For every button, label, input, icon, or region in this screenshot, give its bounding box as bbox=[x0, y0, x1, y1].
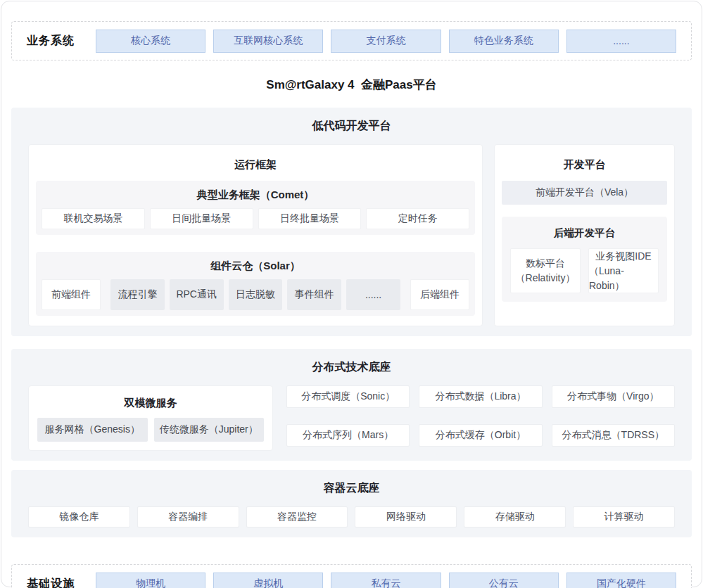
luna-robin-line1: 业务视图IDE bbox=[595, 249, 651, 264]
infra-physical-machine: 物理机 bbox=[96, 573, 205, 588]
luna-robin-line2: （Luna-Robin） bbox=[589, 264, 658, 293]
luna-robin-ide-box: 业务视图IDE （Luna-Robin） bbox=[588, 248, 659, 293]
solar-item-frontend-components: 前端组件 bbox=[42, 279, 101, 310]
business-system-payment: 支付系统 bbox=[331, 30, 441, 53]
relativity-line1: 数标平台 bbox=[526, 256, 565, 271]
runtime-framework-title: 运行框架 bbox=[36, 158, 475, 172]
business-system-internet-core: 互联网核心系统 bbox=[213, 30, 323, 53]
dist-sequence-mars: 分布式序列（Mars） bbox=[286, 424, 410, 447]
cc-compute-driver: 计算驱动 bbox=[573, 506, 675, 528]
solar-item-process-engine: 流程引擎 bbox=[110, 279, 165, 310]
solar-item-more: ...... bbox=[346, 279, 400, 310]
infra-private-cloud: 私有云 bbox=[331, 573, 441, 588]
infrastructure-row: 基础设施 物理机 虚拟机 私有云 公有云 国产化硬件 bbox=[11, 564, 692, 588]
dual-mode-title: 双模微服务 bbox=[37, 397, 264, 410]
dist-data-libra: 分布式数据（Libra） bbox=[419, 385, 542, 408]
distributed-title: 分布式技术底座 bbox=[28, 360, 675, 375]
relativity-line2: （Relativity） bbox=[516, 271, 576, 286]
dev-platform-card: 开发平台 前端开发平台（Vela） 后端开发平台 数标平台 （Relativit… bbox=[494, 144, 675, 326]
cc-monitoring: 容器监控 bbox=[246, 506, 348, 528]
infrastructure-label: 基础设施 bbox=[27, 577, 75, 588]
comet-item-daytime-batch: 日间批量场景 bbox=[150, 208, 253, 229]
cc-image-registry: 镜像仓库 bbox=[28, 506, 130, 528]
cc-network-driver: 网络驱动 bbox=[355, 506, 457, 528]
distributed-content: 双模微服务 服务网格（Genesis） 传统微服务（Jupiter） 分布式调度… bbox=[28, 385, 675, 451]
jupiter-microservices: 传统微服务（Jupiter） bbox=[154, 418, 265, 442]
container-cloud-title: 容器云底座 bbox=[28, 481, 675, 496]
solar-item-backend-components: 后端组件 bbox=[410, 279, 469, 310]
business-system-more: ...... bbox=[566, 30, 676, 53]
business-system-core: 核心系统 bbox=[96, 30, 205, 53]
dual-mode-items: 服务网格（Genesis） 传统微服务（Jupiter） bbox=[37, 418, 264, 442]
comet-item-scheduled-task: 定时任务 bbox=[366, 208, 469, 229]
section-container-cloud: 容器云底座 镜像仓库 容器编排 容器监控 网络驱动 存储驱动 计算驱动 bbox=[11, 470, 692, 537]
solar-item-rpc: RPC通讯 bbox=[170, 279, 224, 310]
comet-item-online-trade: 联机交易场景 bbox=[42, 208, 145, 229]
comet-item-eod-batch: 日终批量场景 bbox=[258, 208, 362, 229]
backend-dev-items: 数标平台 （Relativity） 业务视图IDE （Luna-Robin） bbox=[510, 248, 659, 293]
distributed-items-grid: 分布式调度（Sonic） 分布式数据（Libra） 分布式事物（Virgo） 分… bbox=[286, 385, 675, 451]
business-systems-items: 核心系统 互联网核心系统 支付系统 特色业务系统 ...... bbox=[96, 30, 676, 53]
genesis-service-mesh: 服务网格（Genesis） bbox=[37, 418, 148, 442]
dev-platform-title: 开发平台 bbox=[502, 158, 667, 172]
section-lowcode-platform: 低代码开发平台 运行框架 典型业务框架（Comet） 联机交易场景 日间批量场景… bbox=[11, 108, 692, 336]
runtime-framework-card: 运行框架 典型业务框架（Comet） 联机交易场景 日间批量场景 日终批量场景 … bbox=[28, 144, 483, 326]
dist-cache-orbit: 分布式缓存（Orbit） bbox=[419, 424, 542, 447]
solar-component-card: 组件云仓（Solar） 前端组件 流程引擎 RPC通讯 日志脱敏 事件组件 ..… bbox=[36, 252, 475, 316]
lowcode-content: 运行框架 典型业务框架（Comet） 联机交易场景 日间批量场景 日终批量场景 … bbox=[28, 144, 675, 326]
dist-transaction-virgo: 分布式事物（Virgo） bbox=[552, 385, 675, 408]
comet-items: 联机交易场景 日间批量场景 日终批量场景 定时任务 bbox=[42, 208, 469, 229]
cc-orchestration: 容器编排 bbox=[137, 506, 239, 528]
lowcode-title: 低代码开发平台 bbox=[28, 119, 675, 134]
vela-frontend-platform: 前端开发平台（Vela） bbox=[502, 181, 667, 205]
dist-scheduling-sonic: 分布式调度（Sonic） bbox=[286, 385, 410, 408]
infrastructure-items: 物理机 虚拟机 私有云 公有云 国产化硬件 bbox=[96, 573, 676, 588]
solar-item-event-components: 事件组件 bbox=[287, 279, 341, 310]
solar-items: 前端组件 流程引擎 RPC通讯 日志脱敏 事件组件 ...... 后端组件 bbox=[42, 279, 469, 310]
infra-domestic-hardware: 国产化硬件 bbox=[566, 573, 676, 588]
container-cloud-items: 镜像仓库 容器编排 容器监控 网络驱动 存储驱动 计算驱动 bbox=[28, 506, 675, 528]
relativity-platform-box: 数标平台 （Relativity） bbox=[510, 248, 581, 293]
comet-title: 典型业务框架（Comet） bbox=[42, 188, 469, 202]
solar-title: 组件云仓（Solar） bbox=[42, 260, 469, 273]
comet-framework-card: 典型业务框架（Comet） 联机交易场景 日间批量场景 日终批量场景 定时任务 bbox=[36, 181, 475, 235]
infra-virtual-machine: 虚拟机 bbox=[213, 573, 323, 588]
dist-message-tdrss: 分布式消息（TDRSS） bbox=[552, 424, 675, 447]
business-systems-label: 业务系统 bbox=[27, 34, 75, 49]
cc-storage-driver: 存储驱动 bbox=[464, 506, 566, 528]
business-system-special: 特色业务系统 bbox=[449, 30, 559, 53]
dual-mode-microservices-card: 双模微服务 服务网格（Genesis） 传统微服务（Jupiter） bbox=[28, 385, 273, 451]
section-distributed-base: 分布式技术底座 双模微服务 服务网格（Genesis） 传统微服务（Jupite… bbox=[11, 349, 692, 461]
business-systems-row: 业务系统 核心系统 互联网核心系统 支付系统 特色业务系统 ...... bbox=[11, 21, 692, 60]
infra-public-cloud: 公有云 bbox=[449, 573, 559, 588]
backend-dev-title: 后端开发平台 bbox=[510, 226, 659, 240]
page-title: Sm@rtGalaxy 4 金融Paas平台 bbox=[1, 77, 702, 93]
backend-dev-platform-card: 后端开发平台 数标平台 （Relativity） 业务视图IDE （Luna-R… bbox=[502, 217, 667, 302]
solar-item-log-masking: 日志脱敏 bbox=[229, 279, 283, 310]
page-frame: 业务系统 核心系统 互联网核心系统 支付系统 特色业务系统 ...... Sm@… bbox=[1, 1, 702, 587]
